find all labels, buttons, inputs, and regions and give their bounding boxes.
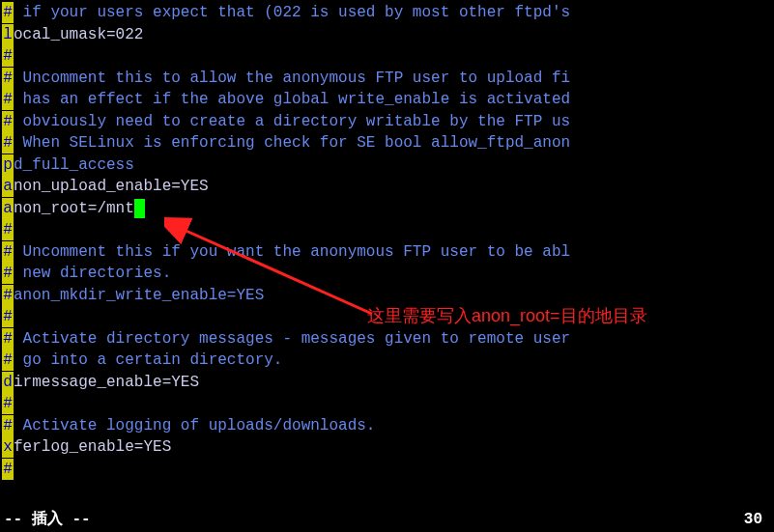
gutter-char: #	[2, 350, 14, 371]
line-text: anon_mkdir_write_enable=YES	[14, 285, 264, 306]
gutter-char: #	[2, 68, 14, 89]
gutter-char: x	[2, 436, 14, 458]
status-bar: -- 插入 -- 30	[4, 509, 770, 530]
gutter-char: p	[2, 154, 14, 176]
code-line: #	[2, 219, 774, 241]
code-line: # Activate directory messages - messages…	[2, 328, 774, 350]
code-line: # Uncomment this to allow the anonymous …	[2, 68, 774, 90]
line-text: has an effect if the above global write_…	[14, 89, 570, 110]
code-line: anon_root=/mnt	[2, 198, 774, 220]
gutter-char: #	[2, 285, 14, 306]
gutter-char: #	[2, 219, 14, 240]
code-line: #	[2, 459, 774, 481]
code-line: anon_upload_enable=YES	[2, 176, 774, 198]
line-text: new directories.	[14, 263, 171, 284]
gutter-char: #	[2, 45, 14, 67]
gutter-char: #	[2, 306, 14, 327]
gutter-char: #	[2, 241, 14, 263]
line-text: irmessage_enable=YES	[14, 372, 199, 393]
line-text: if your users expect that (022 is used b…	[14, 2, 570, 23]
code-line: # Uncomment this if you want the anonymo…	[2, 241, 774, 264]
status-position: 30	[744, 509, 770, 530]
gutter-char: #	[2, 393, 14, 414]
gutter-char: l	[2, 24, 14, 45]
line-text: non_upload_enable=YES	[14, 176, 209, 197]
line-text: non_root=/mnt	[14, 198, 134, 219]
line-text: ferlog_enable=YES	[14, 436, 171, 458]
code-line: local_umask=022	[2, 24, 774, 46]
code-line: # When SELinux is enforcing check for SE…	[2, 132, 774, 154]
gutter-char: #	[2, 415, 14, 436]
code-line: #	[2, 45, 774, 68]
code-line: #	[2, 393, 774, 415]
gutter-char: #	[2, 2, 14, 23]
code-line: # if your users expect that (022 is used…	[2, 2, 774, 24]
line-text: d_full_access	[14, 154, 134, 176]
status-mode: -- 插入 --	[4, 509, 91, 530]
gutter-char: #	[2, 328, 14, 350]
line-text: Activate logging of uploads/downloads.	[14, 415, 375, 436]
line-text: obviously need to create a directory wri…	[14, 111, 570, 132]
gutter-char: #	[2, 459, 14, 480]
code-line: #anon_mkdir_write_enable=YES	[2, 285, 774, 307]
gutter-char: d	[2, 372, 14, 393]
gutter-char: #	[2, 111, 14, 132]
code-line: #	[2, 306, 774, 328]
line-text: Uncomment this to allow the anonymous FT…	[14, 68, 570, 89]
code-line: # obviously need to create a directory w…	[2, 111, 774, 133]
gutter-char: a	[2, 198, 14, 219]
gutter-char: #	[2, 89, 14, 110]
code-line: pd_full_access	[2, 154, 774, 177]
editor-pane[interactable]: # if your users expect that (022 is used…	[0, 0, 774, 480]
line-text: ocal_umask=022	[14, 24, 143, 45]
code-line: xferlog_enable=YES	[2, 436, 774, 459]
gutter-char: a	[2, 176, 14, 197]
code-line: dirmessage_enable=YES	[2, 372, 774, 394]
code-line: # has an effect if the above global writ…	[2, 89, 774, 111]
line-text: Uncomment this if you want the anonymous…	[14, 241, 570, 263]
line-text: go into a certain directory.	[14, 350, 282, 371]
code-line: # new directories.	[2, 263, 774, 285]
gutter-char: #	[2, 132, 14, 154]
gutter-char: #	[2, 263, 14, 284]
text-cursor	[134, 199, 145, 218]
code-line: # go into a certain directory.	[2, 350, 774, 372]
line-text: When SELinux is enforcing check for SE b…	[14, 132, 570, 154]
line-text: Activate directory messages - messages g…	[14, 328, 570, 350]
code-line: # Activate logging of uploads/downloads.	[2, 415, 774, 437]
